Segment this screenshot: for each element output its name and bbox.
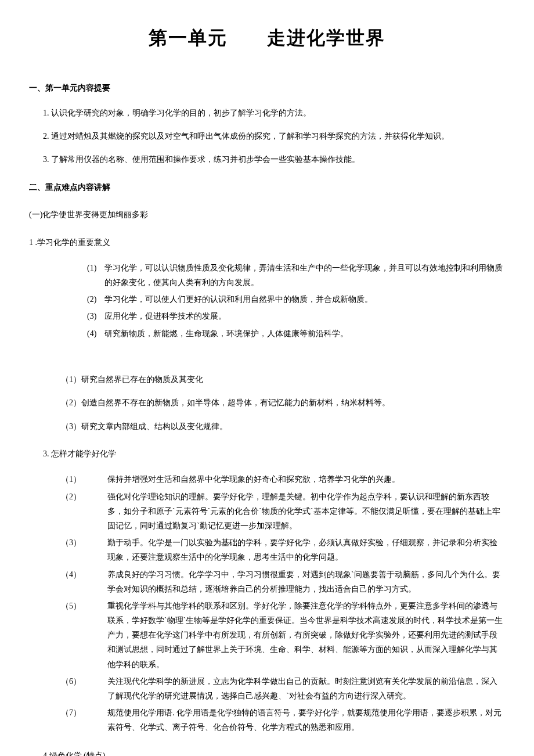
- item-text: 应用化学，促进科学技术的发展。: [104, 309, 226, 323]
- item-text: 规范使用化学用语. 化学用语是化学独特的语言符号，要学好化学，就要规范使用化学用…: [107, 705, 505, 735]
- item-text: 重视化学学科与其他学科的联系和区别。学好化学，除要注意化学的学科特点外，更要注意…: [107, 599, 505, 672]
- list-item: （2） 强化对化学理论知识的理解。要学好化学，理解是关键。初中化学作为起点学科，…: [61, 489, 505, 534]
- s1-para1: 1. 认识化学研究的对象，明确学习化学的目的，初步了解学习化学的方法。: [43, 107, 505, 120]
- study-methods-list: （1） 保持并增强对生活和自然界中化学现象的好奇心和探究欲，培养学习化学的兴趣。…: [61, 472, 505, 735]
- item-number: （6）: [61, 674, 107, 703]
- item-number: （2）: [61, 489, 107, 534]
- item-number: （5）: [61, 599, 107, 672]
- subsection-1: (一)化学使世界变得更加绚丽多彩: [29, 208, 505, 221]
- item-number: (2): [87, 292, 104, 307]
- item-number: (4): [87, 326, 104, 341]
- s1-para2: 2. 通过对蜡烛及其燃烧的探究以及对空气和呼出气体成份的探究，了解和学习科学探究…: [43, 130, 505, 143]
- item3-heading: 3. 怎样才能学好化学: [43, 448, 505, 460]
- item-text: 学习化学，可以认识物质性质及变化规律，弄清生活和生产中的一些化学现象，并且可以有…: [104, 261, 505, 290]
- list-item: （7） 规范使用化学用语. 化学用语是化学独特的语言符号，要学好化学，就要规范使…: [61, 705, 505, 735]
- page-title: 第一单元 走进化学世界: [29, 23, 505, 53]
- item-text: 关注现代化学科学的新进展，立志为化学科学做出自己的贡献。时刻注意浏览有关化学发展…: [107, 674, 505, 703]
- list-item: (2) 学习化学，可以使人们更好的认识和利用自然界中的物质，并合成新物质。: [87, 292, 505, 307]
- item-number: (3): [87, 309, 104, 323]
- item-text: 勤于动手。化学是一门以实验为基础的学科，要学好化学，必须认真做好实验，仔细观察，…: [107, 535, 505, 564]
- item-text: 养成良好的学习习惯。化学学习中，学习习惯很重要，对遇到的现象`问题要善于动脑筋，…: [107, 567, 505, 596]
- item-text: 学习化学，可以使人们更好的认识和利用自然界中的物质，并合成新物质。: [104, 292, 373, 307]
- item-number: （4）: [61, 567, 107, 596]
- item-number: (1): [87, 261, 104, 290]
- subsection-2: 1 .学习化学的重要意义: [29, 236, 505, 249]
- item-number: （1）: [61, 472, 107, 487]
- item-text: 强化对化学理论知识的理解。要学好化学，理解是关键。初中化学作为起点学科，要认识和…: [107, 489, 505, 534]
- list-item: （6） 关注现代化学科学的新进展，立志为化学科学做出自己的贡献。时刻注意浏览有关…: [61, 674, 505, 703]
- item-text: 研究新物质，新能燃，生命现象，环境保护，人体健康等前沿科学。: [104, 326, 348, 341]
- item-number: （3）: [61, 535, 107, 564]
- paren-item-3: （3）研究文章内部组成、结构以及变化规律。: [61, 420, 505, 433]
- list-item: （5） 重视化学学科与其他学科的联系和区别。学好化学，除要注意化学的学科特点外，…: [61, 599, 505, 672]
- list-item: (1) 学习化学，可以认识物质性质及变化规律，弄清生活和生产中的一些化学现象，并…: [87, 261, 505, 290]
- paren-item-2: （2）创造自然界不存在的新物质，如半导体，超导体，有记忆能力的新材料，纳米材料等…: [61, 397, 505, 409]
- section1-heading: 一、第一单元内容提要: [29, 82, 505, 95]
- item-number: （7）: [61, 705, 107, 735]
- paren-item-1: （1）研究自然界已存在的物质及其变化: [61, 373, 505, 386]
- list-item: （1） 保持并增强对生活和自然界中化学现象的好奇心和探究欲，培养学习化学的兴趣。: [61, 472, 505, 487]
- significance-list: (1) 学习化学，可以认识物质性质及变化规律，弄清生活和生产中的一些化学现象，并…: [87, 261, 505, 341]
- list-item: （3） 勤于动手。化学是一门以实验为基础的学科，要学好化学，必须认真做好实验，仔…: [61, 535, 505, 564]
- list-item: (4) 研究新物质，新能燃，生命现象，环境保护，人体健康等前沿科学。: [87, 326, 505, 341]
- item4-heading: 4.绿色化学 (特点): [43, 750, 505, 756]
- list-item: （4） 养成良好的学习习惯。化学学习中，学习习惯很重要，对遇到的现象`问题要善于…: [61, 567, 505, 596]
- item-text: 保持并增强对生活和自然界中化学现象的好奇心和探究欲，培养学习化学的兴趣。: [107, 472, 505, 487]
- section2-heading: 二、重点难点内容讲解: [29, 181, 505, 194]
- list-item: (3) 应用化学，促进科学技术的发展。: [87, 309, 505, 323]
- s1-para3: 3. 了解常用仪器的名称、使用范围和操作要求，练习并初步学会一些实验基本操作技能…: [43, 153, 505, 166]
